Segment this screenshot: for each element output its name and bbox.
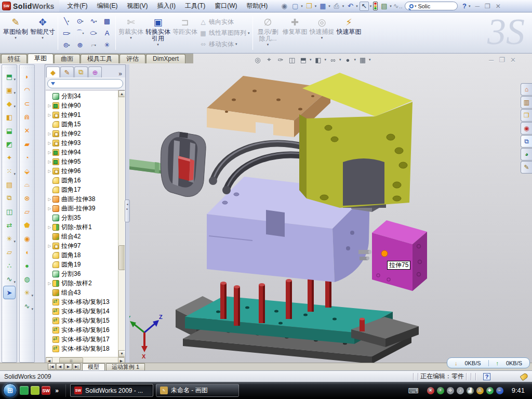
tree-item[interactable]: ▷切除-放样2 — [47, 278, 118, 288]
undo-icon[interactable]: ↶ — [345, 2, 355, 11]
tab-模具工具[interactable]: 模具工具 — [81, 54, 119, 63]
linear-pattern-icon[interactable]: ⁙▾ — [3, 164, 16, 178]
tree-item[interactable]: ▷曲面-拉伸39 — [47, 204, 118, 213]
tree-item[interactable]: 圆角19 — [47, 260, 118, 269]
doc-restore-button[interactable]: ❐ — [499, 56, 505, 64]
trim-surface-icon[interactable]: ⌓ — [21, 178, 33, 191]
scroll-thumb[interactable] — [118, 245, 125, 270]
extruded-cut-icon[interactable]: ▣▾ — [3, 83, 16, 97]
menu-item-2[interactable]: 视图(V) — [123, 0, 153, 12]
lofted-surface-icon[interactable]: ⋒ — [21, 110, 33, 124]
section-view-icon[interactable]: ◫ — [287, 55, 297, 64]
surface-reference-geometry-icon[interactable]: ✳▾ — [21, 286, 33, 299]
fillet-icon[interactable]: ◆▾ — [3, 97, 16, 110]
display-style-icon-dropdown[interactable]: ▾ — [325, 58, 327, 62]
edit-appearance-icon-dropdown[interactable]: ▾ — [354, 58, 356, 62]
tree-item[interactable]: 实体-移动/复制17 — [47, 335, 118, 344]
rebuild-traffic-light-icon[interactable] — [373, 2, 378, 10]
view-orientation-icon[interactable]: ⬒ — [299, 55, 308, 64]
thicken-icon[interactable]: ⬟ — [21, 218, 33, 232]
helix-icon[interactable]: ∿▾ — [3, 272, 16, 286]
security-shield-icon[interactable]: ✕ — [427, 387, 434, 394]
view-palette-tab[interactable]: ⧉ — [521, 135, 532, 148]
untrim-surface-icon[interactable]: ⊗ — [21, 191, 33, 205]
tree-item[interactable]: ▷拉伸95 — [47, 157, 118, 166]
appearances-tab[interactable]: ◕ — [521, 148, 532, 161]
keyboard-layout-icon[interactable]: ⌨ — [408, 387, 418, 395]
slot-icon[interactable]: ⊜▾ — [60, 39, 73, 51]
surface-helix-icon[interactable]: ∿▾ — [21, 299, 33, 313]
start-button[interactable]: ⊞ — [3, 383, 17, 397]
tree-item[interactable]: ▷切除-放样1 — [47, 222, 118, 232]
tag-icon[interactable] — [520, 372, 528, 380]
side-block-magenta[interactable] — [372, 220, 427, 291]
extruded-boss-icon[interactable]: ⬒▾ — [3, 70, 16, 83]
scroll-down-button[interactable]: ▼ — [118, 350, 125, 357]
status-help-icon[interactable]: ? — [483, 373, 490, 380]
zoom-to-fit-icon[interactable]: ◎ — [253, 55, 262, 64]
update-icon[interactable]: ✣ — [447, 387, 454, 394]
tree-item[interactable]: ▷曲面-拉伸38 — [47, 194, 118, 204]
tree-item[interactable]: 分割34 — [47, 91, 118, 101]
knit-surface-icon[interactable]: ▱ — [21, 205, 33, 218]
select-cursor-icon[interactable]: ↖ — [360, 2, 369, 11]
toolbar-grip[interactable]: ········ — [19, 66, 35, 70]
tree-vertical-scrollbar[interactable]: ▲ ▼ — [118, 90, 125, 357]
zoom-to-selection-icon[interactable]: ✑ — [276, 55, 285, 64]
tree-item[interactable]: ▷拉伸92 — [47, 129, 118, 138]
rapid-sketch-button[interactable]: ⚡快速草图 — [336, 14, 363, 52]
tree-item[interactable]: ▷拉伸93 — [47, 138, 118, 148]
taskbar-button[interactable]: SWSolidWorks 2009 - ... — [70, 384, 153, 397]
propertymanager-tab[interactable]: ✎ — [60, 66, 74, 77]
pin-icon[interactable]: ◉ — [280, 2, 289, 11]
tree-filter-input[interactable] — [47, 79, 123, 88]
tree-item[interactable]: ▷拉伸96 — [47, 166, 118, 176]
scroll-up-button[interactable]: ▲ — [118, 90, 125, 97]
search-value[interactable]: Solic — [418, 3, 453, 9]
tree-item[interactable]: 圆角18 — [47, 250, 118, 260]
health-shield-icon[interactable]: ✚ — [486, 387, 494, 394]
panel-chevron-icon[interactable]: » — [116, 70, 124, 77]
menu-item-3[interactable]: 插入(I) — [153, 0, 180, 12]
antivirus-shield-icon[interactable]: ⚡ — [437, 387, 444, 394]
filled-surface-icon[interactable]: ◉ — [21, 232, 33, 245]
tree-item[interactable]: 圆角15 — [47, 119, 118, 129]
ruled-surface-icon[interactable]: ⊂ — [21, 97, 33, 110]
restore-button[interactable]: ❐ — [482, 3, 493, 10]
messenger-icon[interactable] — [20, 386, 29, 395]
circle-icon[interactable]: ⊙▾ — [73, 15, 87, 27]
tab-评估[interactable]: 评估 — [119, 54, 145, 63]
menu-item-5[interactable]: 窗口(W) — [210, 0, 242, 12]
solidworks-quick-icon[interactable]: SW — [42, 386, 50, 395]
extend-surface-icon[interactable]: ⬙ — [21, 164, 33, 178]
open-icon-dropdown[interactable]: ▾ — [315, 4, 317, 8]
tree-item[interactable]: 实体-移动/复制15 — [47, 316, 118, 325]
hide-show-items-icon-dropdown[interactable]: ▾ — [339, 58, 341, 62]
tree-item[interactable]: 组合42 — [47, 232, 118, 241]
clamp-subassembly[interactable] — [161, 132, 206, 196]
undo-icon-dropdown[interactable]: ▾ — [356, 4, 358, 8]
tree-item[interactable]: ▷拉伸94 — [47, 148, 118, 157]
home-tab[interactable]: ⌂ — [521, 83, 532, 96]
menu-item-0[interactable]: 文件(F) — [62, 0, 92, 12]
tree-item[interactable]: 圆角16 — [47, 176, 118, 185]
splitter-grip[interactable]: ◂▸ — [125, 200, 130, 222]
tree-item[interactable]: 实体-移动/复制18 — [47, 344, 118, 353]
minimize-button[interactable]: ─ — [472, 3, 482, 10]
rectangle-icon[interactable]: ▭▾ — [60, 27, 73, 39]
split-icon[interactable]: ◫ — [3, 205, 16, 218]
configurationmanager-tab[interactable]: ⧉ — [74, 66, 88, 77]
tab-DimXpert[interactable]: DimXpert — [146, 54, 185, 63]
chevron-more-icon[interactable]: » — [52, 386, 61, 395]
open-icon[interactable]: ❒ — [304, 2, 314, 11]
view-orientation-icon-dropdown[interactable]: ▾ — [310, 58, 312, 62]
print-icon[interactable]: ⎙ — [332, 2, 341, 11]
convert-entities-button[interactable]: ▣转换实体引用▾ — [144, 14, 171, 52]
options-list-icon[interactable]: ▤ — [379, 2, 389, 11]
text-icon[interactable]: A — [100, 27, 114, 39]
dimxpertmanager-tab[interactable]: ⊕ — [88, 66, 102, 77]
planar-surface-icon[interactable]: ▰ — [21, 137, 33, 151]
vcr-button-0[interactable]: |◀ — [48, 363, 56, 370]
selection-box-icon[interactable]: ▩ — [100, 15, 114, 27]
tree-item[interactable]: 实体-移动/复制13 — [47, 297, 118, 307]
